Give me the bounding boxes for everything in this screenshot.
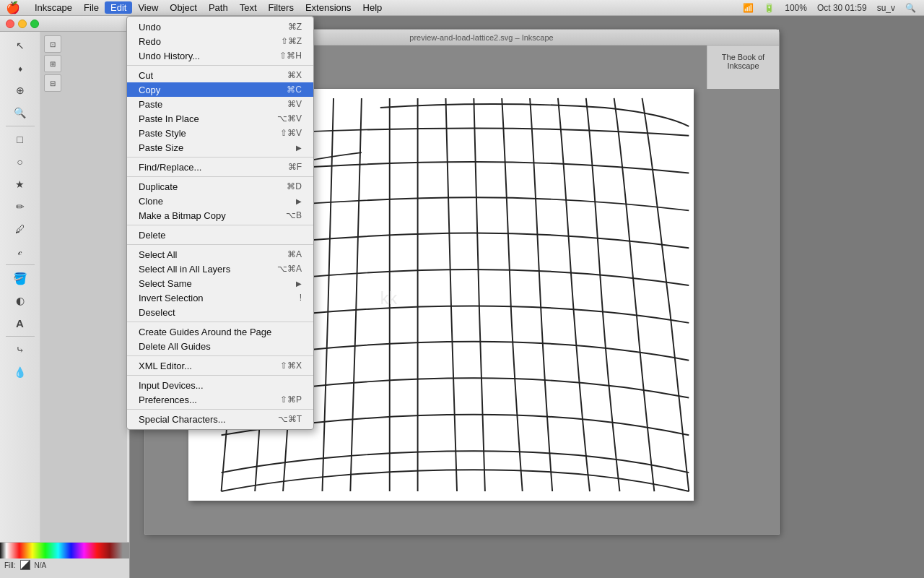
menu-shortcut-invert-selection: ! <box>300 293 302 303</box>
menu-item-duplicate[interactable]: Duplicate ⌘D <box>127 179 313 194</box>
menu-item-paste-in-place[interactable]: Paste In Place ⌥⌘V <box>127 111 313 126</box>
menubar-path[interactable]: Path <box>203 1 234 14</box>
connector-tool[interactable]: ⤷ <box>10 340 30 360</box>
calligraphy-tool[interactable]: 𝒸 <box>10 241 30 262</box>
pencil-tool[interactable]: ✏ <box>10 197 30 217</box>
select-same-arrow: ▶ <box>296 280 302 288</box>
menubar-view[interactable]: View <box>132 1 164 14</box>
menu-item-delete[interactable]: Delete <box>127 228 313 242</box>
menu-shortcut-cut: ⌘X <box>287 70 302 80</box>
separator-7 <box>127 355 313 356</box>
menubar-text[interactable]: Text <box>234 1 263 14</box>
apple-menu[interactable]: 🍎 <box>6 1 20 14</box>
side-controls: ⊡ ⊞ ⊟ <box>40 32 127 95</box>
tool-separator2 <box>6 264 35 265</box>
menu-item-deselect-label: Deselect <box>139 307 287 318</box>
menu-item-input-devices[interactable]: Input Devices... <box>127 378 313 392</box>
menu-item-clone-label: Clone <box>139 196 296 207</box>
menu-shortcut-duplicate: ⌘D <box>287 181 302 191</box>
rect-tool[interactable]: □ <box>10 129 30 150</box>
menu-item-paste-style[interactable]: Paste Style ⇧⌘V <box>127 126 313 140</box>
menu-item-undo[interactable]: Undo ⌘Z <box>127 20 313 34</box>
maximize-button[interactable] <box>30 20 39 28</box>
select-tool[interactable]: ↖ <box>10 35 30 56</box>
menu-shortcut-xml-editor: ⇧⌘X <box>280 361 302 371</box>
menu-item-paste[interactable]: Paste ⌘V <box>127 97 313 111</box>
search-icon[interactable]: 🔍 <box>903 3 918 13</box>
menu-item-select-all-layers[interactable]: Select All in All Layers ⌥⌘A <box>127 262 313 276</box>
menu-item-find-replace-label: Find/Replace... <box>139 162 274 173</box>
close-button[interactable] <box>6 20 14 28</box>
separator-3 <box>127 176 313 177</box>
menu-item-find-replace[interactable]: Find/Replace... ⌘F <box>127 160 313 174</box>
menubar-object[interactable]: Object <box>164 1 203 14</box>
battery-percent: 100% <box>783 3 809 13</box>
fill-swatch-inner <box>21 561 30 569</box>
snap-btn-1[interactable]: ⊡ <box>44 35 61 53</box>
menu-shortcut-paste: ⌘V <box>287 99 302 109</box>
menu-item-delete-label: Delete <box>139 230 287 241</box>
fill-stroke-bar: Fill: N/A <box>0 558 129 571</box>
menu-shortcut-bitmap-copy: ⌥B <box>286 210 302 220</box>
menu-item-create-guides[interactable]: Create Guides Around the Page <box>127 324 313 339</box>
pen-tool[interactable]: 🖊 <box>10 219 30 239</box>
menu-item-delete-guides[interactable]: Delete All Guides <box>127 339 313 353</box>
menu-item-select-all-label: Select All <box>139 249 273 260</box>
menu-item-xml-editor[interactable]: XML Editor... ⇧⌘X <box>127 358 313 373</box>
menu-item-paste-style-label: Paste Style <box>139 128 266 139</box>
menu-item-redo[interactable]: Redo ⇧⌘Z <box>127 34 313 48</box>
username: su_v <box>875 3 897 13</box>
menu-item-undo-label: Undo <box>139 22 274 33</box>
menu-item-undo-history[interactable]: Undo History... ⇧⌘H <box>127 48 313 63</box>
menu-item-deselect[interactable]: Deselect <box>127 305 313 319</box>
star-tool[interactable]: ★ <box>10 174 30 194</box>
color-bar[interactable] <box>0 543 129 558</box>
menu-item-paste-size[interactable]: Paste Size ▶ <box>127 140 313 155</box>
dropper-tool[interactable]: 💧 <box>10 362 30 382</box>
menu-item-cut[interactable]: Cut ⌘X <box>127 68 313 82</box>
menu-shortcut-paste-style: ⇧⌘V <box>280 128 302 138</box>
tweak-tool[interactable]: ⊕ <box>10 80 30 100</box>
minimize-button[interactable] <box>18 20 27 28</box>
menu-item-copy[interactable]: Copy ⌘C <box>127 82 313 97</box>
menubar-edit[interactable]: Edit <box>105 1 132 14</box>
circle-tool[interactable]: ○ <box>10 152 30 172</box>
zoom-tool[interactable]: 🔍 <box>10 103 30 123</box>
wifi-icon: 📶 <box>741 3 756 13</box>
menu-item-bitmap-copy[interactable]: Make a Bitmap Copy ⌥B <box>127 208 313 223</box>
text-tool[interactable]: A <box>10 313 30 333</box>
tool-separator3 <box>6 336 35 337</box>
fill-tool[interactable]: 🪣 <box>10 268 30 288</box>
paste-size-arrow: ▶ <box>296 144 302 152</box>
snap-btn-2[interactable]: ⊞ <box>44 55 61 72</box>
menu-item-select-same[interactable]: Select Same ▶ <box>127 276 313 290</box>
node-tool[interactable]: ⬧ <box>10 58 30 78</box>
menu-item-redo-label: Redo <box>139 36 266 47</box>
menubar-filters[interactable]: Filters <box>263 1 300 14</box>
edit-dropdown-menu: Undo ⌘Z Redo ⇧⌘Z Undo History... ⇧⌘H Cut… <box>126 16 314 430</box>
menubar-right: 📶 🔋 100% Oct 30 01:59 su_v 🔍 <box>741 3 918 13</box>
snap-btn-3[interactable]: ⊟ <box>44 74 61 92</box>
menubar-extensions[interactable]: Extensions <box>300 1 357 14</box>
clone-arrow: ▶ <box>296 197 302 205</box>
menu-item-invert-selection[interactable]: Invert Selection ! <box>127 290 313 305</box>
menu-item-bitmap-copy-label: Make a Bitmap Copy <box>139 210 271 221</box>
menu-item-duplicate-label: Duplicate <box>139 181 272 192</box>
menu-item-special-chars[interactable]: Special Characters... ⌥⌘T <box>127 412 313 426</box>
menubar-file[interactable]: File <box>78 1 105 14</box>
gradient-tool[interactable]: ◐ <box>10 290 30 311</box>
menu-shortcut-redo: ⇧⌘Z <box>281 36 302 46</box>
menu-item-preferences-label: Preferences... <box>139 394 266 405</box>
menu-item-input-devices-label: Input Devices... <box>139 380 302 391</box>
tool-separator <box>6 126 35 126</box>
menu-shortcut-special-chars: ⌥⌘T <box>278 414 302 424</box>
menubar-inkscape[interactable]: Inkscape <box>29 1 78 14</box>
menu-item-paste-size-label: Paste Size <box>139 142 296 153</box>
fill-indicator <box>20 560 30 570</box>
menu-item-select-all[interactable]: Select All ⌘A <box>127 247 313 262</box>
menu-item-clone[interactable]: Clone ▶ <box>127 194 313 208</box>
fill-swatch[interactable] <box>20 560 30 570</box>
menu-item-preferences[interactable]: Preferences... ⇧⌘P <box>127 392 313 407</box>
menubar-help[interactable]: Help <box>357 1 388 14</box>
menu-shortcut-select-all: ⌘A <box>287 249 302 259</box>
